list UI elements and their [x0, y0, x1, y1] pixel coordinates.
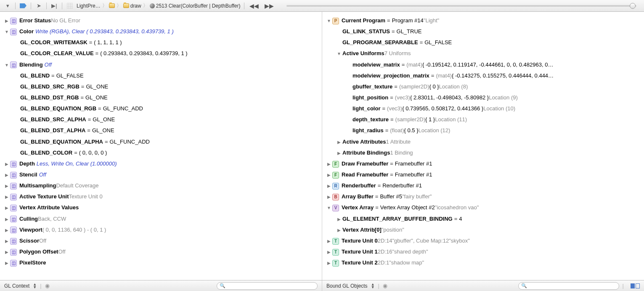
row-blending[interactable]: ◫BlendingOff: [0, 59, 322, 70]
stepper-icon[interactable]: ▲▼: [371, 283, 375, 289]
row-src-alpha[interactable]: GL_BLEND_SRC_ALPHA=GL_ONE: [0, 114, 322, 125]
row-error-status[interactable]: ◫Error Status No GL Error: [0, 15, 322, 26]
row-uniform-mvp[interactable]: modelview_projection_matrix=(mat4) { -0.…: [322, 70, 644, 81]
panel-toggle[interactable]: [631, 283, 640, 288]
disclosure-icon[interactable]: [4, 172, 9, 179]
crumb-folder2[interactable]: draw: [123, 3, 141, 9]
disclosure-icon[interactable]: [326, 260, 331, 267]
disclosure-icon[interactable]: [4, 18, 9, 24]
row-program-separable[interactable]: GL_PROGRAM_SEPARABLE=GL_FALSE: [322, 37, 644, 48]
row-vertex-attrib-0[interactable]: Vertex Attrib[0] "position": [322, 224, 644, 235]
row-blend[interactable]: GL_BLEND=GL_FALSE: [0, 70, 322, 81]
row-uniform-light-radius[interactable]: light_radius=(float) { 0.5 } Location (1…: [322, 125, 644, 136]
row-uniform-mv[interactable]: modelview_matrix=(mat4) { -0.195142, 0.1…: [322, 59, 644, 70]
disclosure-icon[interactable]: [4, 205, 9, 211]
row-src-rgb[interactable]: GL_BLEND_SRC_RGB=GL_ONE: [0, 81, 322, 92]
row-active-uniforms[interactable]: Active Uniforms 7 Uniforms: [322, 48, 644, 59]
row-current-program[interactable]: PCurrent Program=Program #14 "Light": [322, 15, 644, 26]
dropdown-menu-icon[interactable]: ▾: [3, 2, 12, 10]
row-clearvalue[interactable]: GL_COLOR_CLEAR_VALUE=( 0.293843, 0.29384…: [0, 48, 322, 59]
disclosure-icon[interactable]: [4, 62, 9, 69]
disclosure-icon[interactable]: [4, 216, 9, 223]
eye-icon[interactable]: ◉: [45, 283, 50, 289]
disclosure-icon[interactable]: [337, 227, 342, 234]
disclosure-icon[interactable]: [4, 183, 9, 190]
disclosure-icon[interactable]: [326, 205, 331, 211]
row-draw-framebuffer[interactable]: FDraw Framebuffer=Framebuffer #1: [322, 158, 644, 169]
footer-scope-selector[interactable]: GL Context: [4, 283, 29, 289]
crumb-folder1[interactable]: [109, 3, 115, 8]
slider-thumb[interactable]: [630, 3, 636, 9]
footer-search-right[interactable]: 🔍: [518, 282, 619, 290]
disclosure-icon[interactable]: [4, 227, 9, 234]
row-active-texture-unit[interactable]: ◫Active Texture Unit Texture Unit 0: [0, 191, 322, 202]
disclosure-icon[interactable]: [337, 51, 342, 57]
row-texture-unit-0[interactable]: TTexture Unit 0 2D:14"gbuffer", Cube Map…: [322, 235, 644, 246]
nav-forward-icon[interactable]: ▶▶: [263, 3, 276, 9]
row-culling[interactable]: ◫Culling Back, CCW: [0, 214, 322, 224]
tag-icon[interactable]: [19, 2, 27, 10]
row-multisampling[interactable]: ◫Multisampling Default Coverage: [0, 180, 322, 191]
panel-left-icon[interactable]: [631, 283, 635, 288]
row-renderbuffer[interactable]: RRenderbuffer=Renderbuffer #1: [322, 180, 644, 191]
disclosure-icon[interactable]: [326, 172, 331, 179]
prop-val: ( 0.293843, 0.293843, 0.439739, 1 ): [100, 49, 187, 58]
row-vertex-array[interactable]: VVertex Array=Vertex Array Object #2 "ic…: [322, 202, 644, 213]
row-element-array-buffer[interactable]: GL_ELEMENT_ARRAY_BUFFER_BINDING=4: [322, 214, 644, 224]
row-stencil[interactable]: ◫StencilOff: [0, 169, 322, 180]
disclosure-icon[interactable]: [326, 18, 331, 24]
eye-icon[interactable]: ◉: [383, 283, 387, 289]
row-texture-unit-2[interactable]: TTexture Unit 2 2D:1"shadow map": [322, 257, 644, 268]
row-dst-alpha[interactable]: GL_BLEND_DST_ALPHA=GL_ONE: [0, 125, 322, 136]
footer: GL Context ▲▼ | ◉ 🔍 Bound GL Objects ▲▼ …: [0, 280, 644, 291]
disclosure-icon[interactable]: [4, 29, 9, 35]
disclosure-icon[interactable]: [4, 260, 9, 267]
panel-right-icon[interactable]: [636, 283, 640, 288]
footer-search-left[interactable]: 🔍: [217, 282, 318, 290]
row-uniform-depth-texture[interactable]: depth_texture=(sampler2D) { 1 } Location…: [322, 114, 644, 125]
row-uniform-light-position[interactable]: light_position=(vec3) { 2.83011, -0.4980…: [322, 92, 644, 103]
crumb-call[interactable]: 2513 Clear(ColorBuffer | DepthBuffer): [150, 3, 241, 9]
row-texture-unit-1[interactable]: TTexture Unit 1 2D:16"shared depth": [322, 246, 644, 257]
footer-scope-selector[interactable]: Bound GL Objects: [326, 283, 368, 289]
row-attribute-bindings[interactable]: Attribute Bindings 1 Binding: [322, 147, 644, 158]
disclosure-icon[interactable]: [4, 249, 9, 256]
row-read-framebuffer[interactable]: FRead Framebuffer=Framebuffer #1: [322, 169, 644, 180]
disclosure-icon[interactable]: [326, 183, 331, 190]
crumb-root[interactable]: LightPre…: [77, 3, 101, 9]
row-uniform-light-color[interactable]: light_color=(vec3) { 0.739565, 0.508172,…: [322, 103, 644, 114]
stepper-icon[interactable]: ▲▼: [33, 283, 37, 289]
disclosure-icon[interactable]: [4, 238, 9, 245]
row-dst-rgb[interactable]: GL_BLEND_DST_RGB=GL_ONE: [0, 92, 322, 103]
row-link-status[interactable]: GL_LINK_STATUS=GL_TRUE: [322, 26, 644, 37]
row-writemask[interactable]: GL_COLOR_WRITEMASK=( 1, 1, 1, 1 ): [0, 37, 322, 48]
send-icon[interactable]: ➤: [34, 2, 43, 10]
row-eq-alpha[interactable]: GL_BLEND_EQUATION_ALPHA=GL_FUNC_ADD: [0, 136, 322, 147]
step-icon[interactable]: ▶|: [50, 2, 58, 10]
disclosure-icon[interactable]: [4, 194, 9, 200]
row-eq-rgb[interactable]: GL_BLEND_EQUATION_RGB=GL_FUNC_ADD: [0, 103, 322, 114]
disclosure-icon[interactable]: [337, 139, 342, 146]
frame-slider[interactable]: [286, 5, 637, 7]
row-depth[interactable]: ◫DepthLess, Write On, Clear (1.000000): [0, 158, 322, 169]
disclosure-icon[interactable]: [326, 194, 331, 200]
row-polygon-offset[interactable]: ◫Polygon Offset Off: [0, 246, 322, 257]
row-blend-color[interactable]: GL_BLEND_COLOR=( 0, 0, 0, 0 ): [0, 147, 322, 158]
row-array-buffer[interactable]: BArray Buffer=Buffer #5 "fairy buffer": [322, 191, 644, 202]
disclosure-icon[interactable]: [326, 249, 331, 256]
disclosure-icon[interactable]: [337, 216, 342, 223]
nav-back-icon[interactable]: ◀◀: [248, 3, 260, 9]
disclosure-icon[interactable]: [4, 161, 9, 168]
breadcrumb[interactable]: LightPre… 〉 〉 draw 〉 2513 Clear(ColorBuf…: [77, 2, 241, 9]
row-scissor[interactable]: ◫Scissor Off: [0, 235, 322, 246]
disclosure-icon[interactable]: [337, 150, 342, 157]
disclosure-icon[interactable]: [326, 161, 331, 168]
row-viewport[interactable]: ◫Viewport ( 0, 0, 1136, 640 ) - ( 0, 1 ): [0, 224, 322, 235]
row-active-attributes[interactable]: Active Attributes 1 Attribute: [322, 136, 644, 147]
row-uniform-gbuffer[interactable]: gbuffer_texture=(sampler2D) { 0 } Locati…: [322, 81, 644, 92]
disclosure-icon[interactable]: [326, 238, 331, 245]
row-vertex-attr-values[interactable]: ◫Vertex Attribute Values: [0, 202, 322, 213]
grid-icon[interactable]: [66, 2, 74, 10]
row-pixelstore[interactable]: ◫PixelStore: [0, 257, 322, 268]
row-color[interactable]: ◫ColorWrite (RGBA), Clear ( 0.293843, 0.…: [0, 26, 322, 37]
